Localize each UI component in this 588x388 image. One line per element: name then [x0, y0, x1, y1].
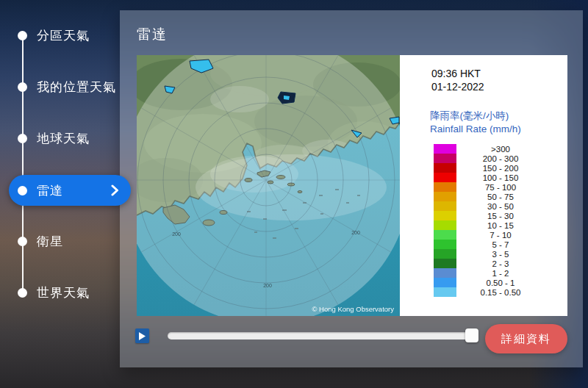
rainfall-scale-label: 0.50 - 1 [456, 279, 545, 287]
radar-timestamp-date: 01-12-2022 [431, 81, 567, 94]
rainfall-scale-label: 3 - 5 [456, 250, 545, 259]
rainfall-scale-label: 50 - 75 [456, 193, 545, 201]
radar-map-graphic: 200 200 200 © Hong Kong Observatory [137, 55, 400, 316]
rainfall-scale-label: 75 - 100 [456, 183, 545, 192]
rainfall-scale-row: 3 - 5 [434, 249, 545, 259]
rainfall-scale-row: 2 - 3 [434, 259, 545, 268]
rainfall-scale-row: 10 - 15 [434, 220, 545, 230]
sidebar-item-label: 世界天氣 [37, 284, 90, 301]
sidebar-item-district-weather[interactable]: 分區天氣 [9, 20, 131, 51]
rainfall-swatch [434, 278, 456, 287]
rainfall-swatch [434, 182, 456, 192]
rainfall-scale: >300200 - 300150 - 200100 - 15075 - 1005… [434, 144, 545, 297]
rainfall-scale-row: 1 - 2 [434, 268, 545, 278]
range-ring-label: 200 [263, 283, 272, 288]
rainfall-scale-label: 2 - 3 [456, 259, 545, 268]
copyright-text: © Hong Kong Observatory [312, 305, 394, 313]
radar-map-image[interactable]: 200 200 200 © Hong Kong Observatory [137, 55, 400, 316]
bullet-dot-icon [18, 237, 27, 246]
rainfall-swatch [434, 144, 456, 154]
rainfall-scale-row: 0.50 - 1 [434, 278, 545, 287]
rainfall-legend: 09:36 HKT 01-12-2022 降雨率(毫米/小時) Rainfall… [400, 55, 567, 316]
rainfall-scale-label: 7 - 10 [456, 231, 545, 240]
legend-title-zh: 降雨率(毫米/小時) [430, 109, 567, 123]
rainfall-swatch [434, 154, 456, 163]
sidebar-item-label: 雷達 [37, 182, 63, 199]
chevron-right-icon [111, 184, 119, 196]
animation-slider-thumb[interactable] [465, 328, 478, 342]
rainfall-scale-label: 0.15 - 0.50 [456, 288, 545, 297]
bullet-dot-icon [18, 186, 27, 195]
rainfall-scale-label: 10 - 15 [456, 221, 545, 230]
rainfall-swatch [434, 268, 456, 278]
sidebar-item-earth-weather[interactable]: 地球天氣 [9, 123, 131, 154]
animation-slider-track[interactable] [168, 332, 478, 340]
rainfall-scale-row: >300 [434, 144, 545, 154]
rainfall-swatch [434, 230, 456, 240]
radar-timestamp-time: 09:36 HKT [431, 68, 567, 81]
bullet-dot-icon [18, 134, 27, 143]
rainfall-scale-row: 15 - 30 [434, 211, 545, 220]
rainfall-swatch [434, 220, 456, 230]
rainfall-swatch [434, 287, 456, 297]
sidebar-item-label: 衛星 [37, 233, 63, 250]
rainfall-swatch [434, 259, 456, 268]
range-ring-label: 200 [351, 230, 360, 235]
legend-title-en: Rainfall Rate (mm/h) [430, 123, 567, 136]
play-icon [139, 332, 146, 340]
rainfall-scale-label: 30 - 50 [456, 202, 545, 211]
rainfall-scale-row: 5 - 7 [434, 240, 545, 249]
rainfall-scale-row: 7 - 10 [434, 230, 545, 240]
rainfall-swatch [434, 249, 456, 259]
sidebar-item-radar[interactable]: 雷達 [9, 175, 131, 206]
rainfall-scale-label: 15 - 30 [456, 212, 545, 220]
bullet-dot-icon [18, 82, 27, 92]
rainfall-scale-label: 100 - 150 [456, 173, 545, 182]
rainfall-scale-label: 5 - 7 [456, 240, 545, 249]
play-button[interactable] [135, 328, 149, 343]
rainfall-scale-row: 50 - 75 [434, 192, 545, 201]
rainfall-scale-row: 200 - 300 [434, 154, 545, 163]
rainfall-scale-label: 1 - 2 [456, 269, 545, 278]
rainfall-swatch [434, 173, 456, 182]
bullet-dot-icon [18, 288, 27, 298]
rainfall-swatch [434, 201, 456, 211]
radar-panel: 雷達 [120, 10, 583, 367]
detail-info-button[interactable]: 詳細資料 [485, 324, 567, 353]
sidebar-item-label: 分區天氣 [37, 27, 90, 44]
bullet-dot-icon [18, 31, 27, 40]
rainfall-scale-row: 150 - 200 [434, 163, 545, 173]
rainfall-swatch [434, 240, 456, 249]
page-title: 雷達 [137, 25, 168, 44]
range-ring-label: 200 [172, 231, 181, 237]
rainfall-swatch [434, 163, 456, 173]
sidebar-item-label: 地球天氣 [37, 130, 90, 147]
sidebar-item-satellite[interactable]: 衛星 [9, 226, 131, 256]
rainfall-swatch [434, 192, 456, 201]
rainfall-swatch [434, 211, 456, 220]
sidebar-item-label: 我的位置天氣 [37, 79, 116, 96]
rainfall-scale-row: 0.15 - 0.50 [434, 287, 545, 297]
rainfall-scale-label: 150 - 200 [456, 164, 545, 173]
sidebar-item-my-location-weather[interactable]: 我的位置天氣 [9, 71, 131, 102]
sidebar-item-world-weather[interactable]: 世界天氣 [9, 277, 131, 308]
rainfall-scale-row: 75 - 100 [434, 182, 545, 192]
rainfall-scale-row: 100 - 150 [434, 173, 545, 182]
rainfall-scale-label: >300 [456, 145, 545, 154]
rainfall-scale-row: 30 - 50 [434, 201, 545, 211]
rainfall-scale-label: 200 - 300 [456, 154, 545, 163]
